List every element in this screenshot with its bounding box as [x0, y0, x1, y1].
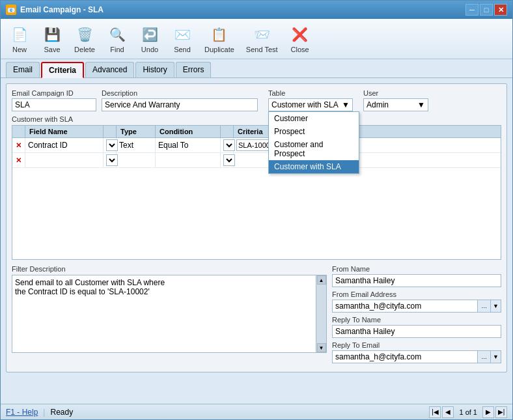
- header-type: Type: [117, 126, 156, 137]
- send-test-label: Send Test: [246, 46, 278, 53]
- new-icon: 📄: [9, 24, 30, 45]
- description-input[interactable]: [102, 98, 258, 111]
- campaign-id-group: Email Campaign ID: [12, 89, 96, 111]
- table-dropdown-wrap: Customer with SLA ▼ Customer Prospect Cu…: [268, 98, 353, 111]
- from-email-browse-button[interactable]: …: [478, 300, 491, 313]
- reply-email-arrow-button[interactable]: ▼: [491, 350, 501, 363]
- table-row: ✕ ▼ ▼ ▼: [12, 153, 501, 168]
- criteria-section-title: Customer with SLA: [12, 115, 501, 123]
- row1-condition-arrow-cell: ▼: [221, 138, 234, 152]
- dropdown-option-prospect[interactable]: Prospect: [269, 125, 359, 138]
- campaign-id-input[interactable]: [12, 98, 96, 111]
- filter-description-area: Send email to all Customer with SLA wher…: [12, 275, 327, 353]
- duplicate-icon: 📋: [209, 24, 230, 45]
- duplicate-button[interactable]: 📋 Duplicate: [200, 21, 239, 56]
- nav-last-button[interactable]: ▶|: [495, 406, 507, 418]
- reply-name-row: Reply To Name: [332, 316, 501, 338]
- row2-condition-arrow-cell: ▼: [221, 153, 234, 167]
- criteria-grid: Field Name Type Condition Criteria Join …: [12, 125, 501, 260]
- user-label: User: [363, 89, 428, 97]
- dropdown-option-customer-prospect[interactable]: Customer and Prospect: [269, 138, 359, 160]
- row1-type: Text: [117, 138, 156, 152]
- main-content: Email Campaign ID Description Table Cust…: [1, 78, 512, 404]
- undo-button[interactable]: ↩️ Undo: [135, 21, 165, 56]
- delete-button[interactable]: 🗑️ Delete: [70, 21, 100, 56]
- nav-prev-button[interactable]: ◀: [442, 406, 454, 418]
- new-label: New: [12, 46, 27, 53]
- dropdown-option-customer[interactable]: Customer: [269, 112, 359, 125]
- window-title: Email Campaign - SLA: [20, 5, 104, 14]
- nav-first-button[interactable]: |◀: [429, 406, 441, 418]
- dropdown-option-customer-sla[interactable]: Customer with SLA: [269, 160, 359, 173]
- status-text: Ready: [50, 408, 73, 417]
- form-section: Email Campaign ID Description Table Cust…: [6, 83, 507, 372]
- maximize-button[interactable]: □: [480, 4, 493, 16]
- navigation-controls: |◀ ◀ 1 of 1 ▶ ▶|: [429, 406, 507, 418]
- reply-name-label: Reply To Name: [332, 316, 501, 324]
- reply-email-label: Reply To Email: [332, 341, 501, 349]
- table-dropdown-popup: Customer Prospect Customer and Prospect …: [268, 111, 359, 174]
- from-name-label: From Name: [332, 265, 501, 273]
- close-window-button[interactable]: ✕: [494, 4, 507, 16]
- tab-advanced[interactable]: Advanced: [85, 62, 134, 77]
- reply-name-input-wrap: [332, 325, 501, 338]
- filter-label: Filter Description: [12, 265, 327, 273]
- close-label: Close: [291, 46, 309, 53]
- header-field-name: Field Name: [25, 126, 104, 137]
- tab-criteria[interactable]: Criteria: [41, 62, 84, 78]
- delete-row1-icon: ✕: [16, 141, 21, 150]
- row2-field[interactable]: [25, 153, 104, 167]
- reply-email-browse-button[interactable]: …: [478, 350, 491, 363]
- tab-bar: Email Criteria Advanced History Errors: [1, 59, 512, 78]
- row1-field: Contract ID: [25, 138, 104, 152]
- delete-row2-icon: ✕: [16, 156, 21, 165]
- scroll-up-button[interactable]: ▲: [317, 275, 326, 285]
- tab-history[interactable]: History: [135, 62, 174, 77]
- send-icon: ✉️: [172, 24, 193, 45]
- filter-text-line1: Send email to all Customer with SLA wher…: [15, 278, 314, 287]
- delete-icon: 🗑️: [74, 24, 95, 45]
- row1-delete[interactable]: ✕: [12, 138, 25, 152]
- save-button[interactable]: 💾 Save: [37, 21, 67, 56]
- undo-label: Undo: [141, 46, 158, 53]
- toolbar: 📄 New 💾 Save 🗑️ Delete 🔍 Find ↩️ Undo ✉️…: [1, 19, 512, 59]
- new-button[interactable]: 📄 New: [5, 21, 35, 56]
- minimize-button[interactable]: ─: [465, 4, 478, 16]
- description-group: Description: [102, 89, 258, 111]
- row2-delete[interactable]: ✕: [12, 153, 25, 167]
- scroll-down-button[interactable]: ▼: [317, 343, 326, 352]
- from-email-input[interactable]: [332, 300, 478, 313]
- from-name-input[interactable]: [332, 274, 501, 287]
- close-icon: ❌: [290, 24, 311, 45]
- find-button[interactable]: 🔍 Find: [102, 21, 132, 56]
- table-select-value: Customer with SLA: [271, 100, 339, 109]
- filter-scrollbar: ▲ ▼: [316, 275, 326, 352]
- find-label: Find: [110, 46, 124, 53]
- filter-panel: Filter Description Send email to all Cus…: [12, 265, 327, 367]
- tab-email[interactable]: Email: [6, 62, 40, 77]
- header-condition: Condition: [156, 126, 221, 137]
- row1-condition-value: Equal To: [158, 141, 188, 150]
- row2-condition: [156, 153, 221, 167]
- help-link[interactable]: F1 - Help: [6, 408, 38, 417]
- table-row: ✕ Contract ID ▼ Text Equal To: [12, 138, 501, 153]
- send-test-button[interactable]: 📨 Send Test: [242, 21, 283, 56]
- send-button[interactable]: ✉️ Send: [167, 21, 197, 56]
- campaign-row: Email Campaign ID Description Table Cust…: [12, 89, 501, 111]
- reply-email-input[interactable]: [332, 350, 478, 363]
- user-select[interactable]: Admin ▼: [363, 98, 428, 111]
- title-bar: 📧 Email Campaign - SLA ─ □ ✕: [1, 1, 512, 19]
- title-bar-left: 📧 Email Campaign - SLA: [6, 5, 104, 15]
- duplicate-label: Duplicate: [204, 46, 234, 53]
- from-email-arrow-button[interactable]: ▼: [491, 300, 501, 313]
- nav-next-button[interactable]: ▶: [482, 406, 494, 418]
- from-name-row: From Name: [332, 265, 501, 287]
- close-button[interactable]: ❌ Close: [285, 21, 315, 56]
- header-delete: [12, 126, 25, 137]
- tab-errors[interactable]: Errors: [176, 62, 212, 77]
- save-label: Save: [44, 46, 60, 53]
- undo-icon: ↩️: [139, 24, 160, 45]
- table-select[interactable]: Customer with SLA ▼: [268, 98, 353, 111]
- header-condition-arrow: [221, 126, 234, 137]
- reply-name-input[interactable]: [332, 325, 501, 338]
